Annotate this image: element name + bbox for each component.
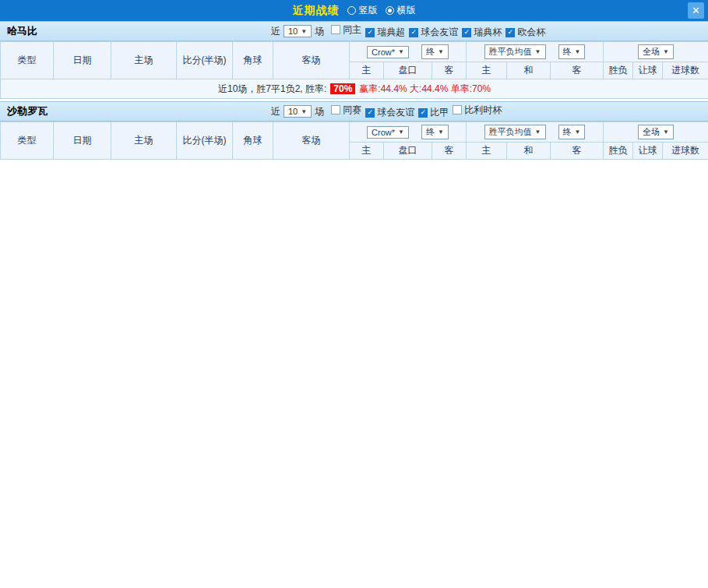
avg-value: 胜平负均值 — [489, 126, 532, 138]
team-name: 沙勒罗瓦 — [0, 104, 48, 118]
team-strip: 沙勒罗瓦 近 10▼ 场 同赛✓球会友谊✓比甲比利时杯 — [0, 101, 708, 121]
chevron-down-icon: ▼ — [438, 48, 444, 55]
col-handicap-result: 让球 — [633, 62, 663, 79]
chevron-down-icon: ▼ — [535, 129, 541, 136]
checkbox-label: 同赛 — [343, 104, 361, 117]
final-euro-select[interactable]: 终▼ — [558, 44, 586, 59]
chevron-down-icon: ▼ — [575, 129, 581, 136]
col-home: 主场 — [111, 42, 177, 79]
chevron-down-icon: ▼ — [663, 129, 669, 136]
col-corner: 角球 — [233, 122, 273, 160]
checkbox-icon[interactable] — [453, 105, 462, 114]
games-label: 场 — [315, 25, 324, 38]
checkbox-label: 比甲 — [430, 106, 449, 119]
layout-option-vertical[interactable]: 竖版 — [347, 4, 378, 17]
match-count-select[interactable]: 10▼ — [284, 105, 312, 118]
layout-option-vertical-label: 竖版 — [359, 4, 378, 17]
league-checkbox-group: 同赛✓球会友谊✓比甲比利时杯 — [327, 104, 502, 120]
checkbox-label: 球会友谊 — [377, 106, 414, 119]
match-count-value: 10 — [288, 26, 298, 36]
win-rate-badge: 70% — [330, 83, 355, 94]
col-euro-draw: 和 — [507, 143, 551, 160]
col-goals-result: 进球数 — [663, 62, 708, 79]
team-name: 哈马比 — [0, 24, 37, 38]
filter-checkbox[interactable]: ✓瑞典超 — [365, 26, 405, 39]
bookmaker-select[interactable]: Crow*▼ — [367, 126, 409, 139]
match-count-value: 10 — [288, 107, 298, 116]
chevron-down-icon: ▼ — [663, 48, 669, 55]
checkbox-label: 瑞典杯 — [474, 26, 502, 39]
final-value: 终 — [426, 126, 435, 138]
euro-odds-controls: 胜平负均值▼ 终▼ — [467, 42, 604, 62]
col-date: 日期 — [54, 122, 111, 160]
filter-checkbox[interactable]: ✓球会友谊 — [365, 106, 414, 119]
avg-odds-select[interactable]: 胜平负均值▼ — [484, 125, 546, 139]
matches-table: 类型 日期 主场 比分(半场) 角球 客场 Crow*▼ 终▼ 胜平负均值▼ 终… — [0, 41, 708, 99]
chevron-down-icon: ▼ — [301, 108, 307, 115]
final-euro-select[interactable]: 终▼ — [558, 125, 586, 139]
bookmaker-select[interactable]: Crow*▼ — [367, 46, 409, 58]
avg-value: 胜平负均值 — [489, 46, 532, 58]
checkbox-label: 球会友谊 — [421, 26, 458, 39]
chevron-down-icon: ▼ — [575, 48, 581, 55]
chevron-down-icon: ▼ — [398, 129, 404, 136]
chevron-down-icon: ▼ — [438, 129, 444, 136]
col-euro-home: 主 — [467, 143, 507, 160]
filter-checkbox[interactable]: ✓欧会杯 — [505, 26, 545, 39]
checkbox-icon[interactable]: ✓ — [365, 108, 375, 118]
filter-checkbox[interactable]: ✓比甲 — [418, 106, 449, 119]
checkbox-icon[interactable]: ✓ — [365, 28, 375, 37]
checkbox-label: 瑞典超 — [377, 26, 405, 39]
avg-odds-select[interactable]: 胜平负均值▼ — [484, 44, 546, 59]
final-odds-select[interactable]: 终▼ — [421, 125, 449, 139]
league-checkbox-group: 同主✓瑞典超✓球会友谊✓瑞典杯✓欧会杯 — [327, 23, 545, 40]
layout-option-horizontal[interactable]: 横版 — [386, 4, 416, 17]
col-euro-home: 主 — [467, 62, 507, 79]
col-type: 类型 — [1, 122, 54, 160]
col-euro-away: 客 — [551, 62, 604, 79]
checkbox-icon[interactable]: ✓ — [462, 28, 471, 37]
checkbox-icon[interactable]: ✓ — [409, 28, 418, 37]
col-away: 客场 — [273, 122, 350, 160]
scope-controls: 全场▼ — [604, 122, 708, 143]
layout-option-horizontal-label: 横版 — [397, 4, 416, 17]
col-asian-away: 客 — [432, 143, 467, 160]
filter-checkbox[interactable]: ✓瑞典杯 — [462, 26, 502, 39]
scope-controls: 全场▼ — [604, 42, 708, 62]
scope-select[interactable]: 全场▼ — [638, 44, 674, 59]
final-euro-value: 终 — [563, 126, 572, 138]
scope-select[interactable]: 全场▼ — [638, 125, 674, 139]
col-away: 客场 — [273, 42, 350, 79]
col-handicap: 盘口 — [384, 62, 432, 79]
checkbox-icon[interactable]: ✓ — [505, 28, 515, 37]
checkbox-label: 欧会杯 — [517, 26, 545, 39]
record-summary: 近10场，胜7平1负2, 胜率: — [218, 83, 326, 94]
col-score: 比分(半场) — [177, 122, 233, 160]
checkbox-icon[interactable] — [331, 25, 340, 34]
final-odds-select[interactable]: 终▼ — [421, 44, 449, 59]
filter-checkbox[interactable]: ✓球会友谊 — [409, 26, 458, 39]
col-score: 比分(半场) — [177, 42, 233, 79]
match-count-select[interactable]: 10▼ — [284, 25, 312, 37]
close-button[interactable]: ✕ — [688, 2, 704, 19]
page-title: 近期战绩 — [293, 4, 340, 18]
team-section-charleroi: 沙勒罗瓦 近 10▼ 场 同赛✓球会友谊✓比甲比利时杯 类型 日期 主场 比分(… — [0, 101, 708, 160]
scope-value: 全场 — [643, 46, 660, 58]
filter-checkbox[interactable]: 比利时杯 — [453, 104, 502, 117]
checkbox-label: 比利时杯 — [464, 104, 502, 117]
filter-checkbox[interactable]: 同赛 — [331, 104, 361, 117]
matches-table: 类型 日期 主场 比分(半场) 角球 客场 Crow*▼ 终▼ 胜平负均值▼ 终… — [0, 121, 708, 160]
checkbox-icon[interactable] — [331, 105, 340, 114]
checkbox-label: 同主 — [343, 23, 361, 37]
radio-selected-icon[interactable] — [386, 6, 394, 15]
col-handicap-result: 让球 — [633, 143, 663, 160]
col-date: 日期 — [54, 42, 111, 79]
rate-stats: 赢率:44.4% 大:44.4% 单率:70% — [359, 83, 491, 94]
filter-checkbox[interactable]: 同主 — [331, 23, 361, 37]
team-section-hammarby: 哈马比 近 10▼ 场 同主✓瑞典超✓球会友谊✓瑞典杯✓欧会杯 类型 日期 主场… — [0, 21, 708, 99]
radio-unselected-icon[interactable] — [347, 6, 356, 15]
col-corner: 角球 — [233, 42, 273, 79]
bookmaker-value: Crow* — [372, 128, 395, 137]
checkbox-icon[interactable]: ✓ — [418, 108, 428, 118]
games-label: 场 — [315, 105, 324, 118]
